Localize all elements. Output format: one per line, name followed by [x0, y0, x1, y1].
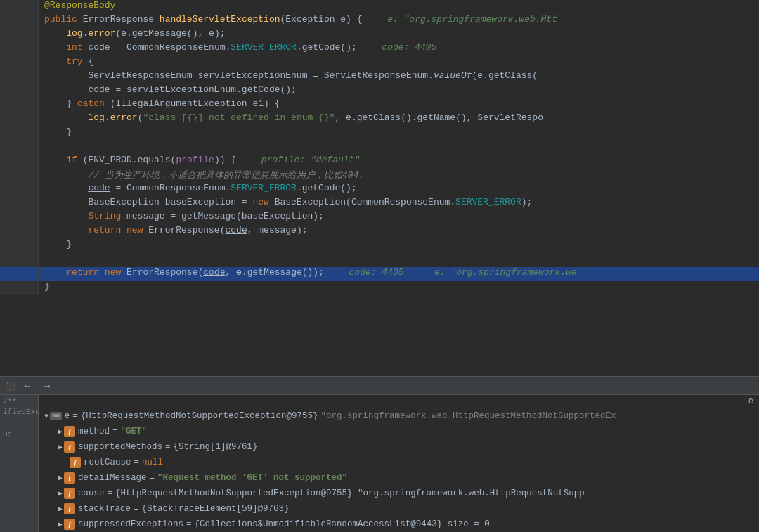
var-detail-message[interactable]: ▶ f detailMessage = "Request method 'GET… [39, 470, 759, 486]
code-line-code-server: code = CommonResponseEnum.SERVER_ERROR.g… [0, 183, 759, 197]
annotation-text: @ResponseBody [44, 0, 115, 11]
var-icon-f7: f [64, 519, 75, 530]
hint-profile: profile: "default" [261, 155, 360, 165]
debug-toolbar: ⬛ ← → [0, 377, 759, 395]
eval-result: e [748, 396, 753, 406]
code-editor: @ResponseBody public ErrorResponse handl… [0, 0, 759, 376]
var-cause-value: {HttpRequestMethodNotSupportedException@… [115, 488, 585, 498]
var-detail-name: detailMessage [78, 473, 147, 483]
var-method-name: method [78, 427, 110, 436]
eval-hint-bar: e [39, 395, 759, 408]
var-root-e[interactable]: ▼ oo e = {HttpRequestMethodNotSupportedE… [39, 408, 759, 424]
var-stack-name: stackTrace [78, 504, 131, 514]
code-line-annotation: @ResponseBody [0, 0, 759, 14]
code-line-comment-zh: // 当为生产环境，不适合把具体的异常信息展示给用户，比如404. [0, 169, 759, 183]
var-cause[interactable]: ▶ f cause = {HttpRequestMethodNotSupport… [39, 486, 759, 501]
expand-detail[interactable]: ▶ [58, 474, 63, 482]
var-suppressed-name: suppressedExceptions [78, 519, 183, 529]
var-stack-trace[interactable]: ▶ f stackTrace = {StackTraceElement[59]@… [39, 501, 759, 517]
frames-icon: ⬛ [6, 382, 15, 391]
var-rootcause-name: rootCause [84, 458, 131, 467]
code-line-close2: } [0, 239, 759, 253]
expand-arrow-root[interactable]: ▼ [44, 413, 48, 420]
code-line-base-exception: BaseException baseException = new BaseEx… [0, 197, 759, 211]
code-line-return-msg: return new ErrorResponse(code, message); [0, 225, 759, 239]
var-method-value: "GET" [121, 427, 148, 436]
var-icon-f3: f [70, 457, 81, 468]
var-stack-value: {StackTraceElement[59]@9763} [142, 504, 290, 514]
code-line-int-code: int code = CommonResponseEnum.SERVER_ERR… [0, 42, 759, 56]
code-line-close3: } [0, 281, 759, 295]
kw-public: public [44, 14, 77, 25]
var-icon-f4: f [64, 472, 75, 484]
code-line-if-env: if (ENV_PROD.equals(profile)) { profile:… [0, 155, 759, 169]
ide-window: @ResponseBody public ErrorResponse handl… [0, 0, 759, 532]
var-icon-f6: f [64, 503, 75, 514]
hint-e2: e: "org.springframework.we [434, 267, 577, 278]
code-line-servlet-enum: ServletResponseEnum servletExceptionEnum… [0, 70, 759, 84]
var-method[interactable]: ▶ f method = "GET" [39, 424, 759, 439]
var-icon-f: f [64, 426, 75, 437]
hint-code: code: 4405 [382, 42, 436, 53]
var-supported-name: supportedMethods [78, 442, 162, 452]
var-icon-f5: f [64, 488, 75, 499]
expand-stack[interactable]: ▶ [58, 505, 63, 513]
code-line-blank1 [0, 141, 759, 155]
code-line-blank2 [0, 253, 759, 267]
var-detail-value: "Request method 'GET' not supported" [157, 473, 347, 483]
code-line-string-msg: String message = getMessage(baseExceptio… [0, 211, 759, 225]
var-suppressed[interactable]: ▶ f suppressedExceptions = {Collections$… [39, 517, 759, 532]
var-supported-value: {String[1]@9761} [174, 442, 258, 452]
var-icon-f2: f [64, 441, 75, 453]
code-line-method-sig: public ErrorResponse handleServletExcept… [0, 14, 759, 28]
var-root-cause[interactable]: f rootCause = null [39, 455, 759, 470]
var-e-name: e [65, 411, 70, 421]
var-cause-name: cause [78, 488, 105, 498]
var-rootcause-value: null [142, 458, 163, 467]
var-supported-methods[interactable]: ▶ f supportedMethods = {String[1]@9761} [39, 439, 759, 455]
code-line-log2: log.error("class [{}] not defined in enu… [0, 112, 759, 126]
debug-variables-content: e ▼ oo e = {HttpRequestMethodNotSupporte… [39, 395, 759, 532]
expand-suppressed[interactable]: ▶ [58, 520, 63, 528]
debug-variables-area: /** ifiedExc De e ▼ oo e = {HttpRequestM… [0, 395, 759, 532]
code-line-try: try { [0, 56, 759, 70]
method-name: handleServletException [160, 14, 280, 25]
code-line-code-get: code = servletExceptionEnum.getCode(); [0, 84, 759, 98]
back-button[interactable]: ← [20, 380, 35, 391]
expand-cause[interactable]: ▶ [58, 489, 63, 498]
hint-e: e: "org.springframework.web.Htt [387, 14, 557, 25]
debug-panel: ⬛ ← → /** ifiedExc De e ▼ [0, 376, 759, 532]
code-line-log1: log.error(e.getMessage(), e); [0, 28, 759, 42]
code-line-return-highlighted: return new ErrorResponse(code, e.getMess… [0, 267, 759, 281]
oo-badge: oo [50, 412, 62, 420]
forward-button[interactable]: → [39, 380, 55, 391]
code-line-catch: } catch (IllegalArgumentException e1) { [0, 98, 759, 112]
code-line-close1: } [0, 126, 759, 141]
var-suppressed-value: {Collections$UnmodifiableRandomAccessLis… [195, 519, 490, 529]
hint-code2: code: 4405 [349, 267, 404, 278]
debug-left-gutter: /** ifiedExc De [0, 395, 39, 532]
expand-method[interactable]: ▶ [58, 427, 63, 436]
var-e-type: {HttpRequestMethodNotSupportedException@… [81, 411, 318, 421]
expand-supported[interactable]: ▶ [58, 443, 63, 451]
